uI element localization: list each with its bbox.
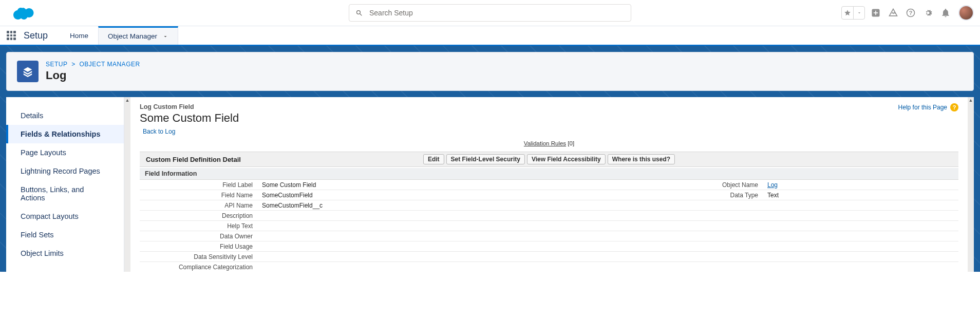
where-is-this-used-button[interactable]: Where is this used?: [608, 154, 675, 164]
value-field-name: SomeCustomField: [258, 191, 453, 200]
value-data-type: Text: [763, 191, 958, 200]
trailhead-icon[interactable]: [887, 6, 900, 20]
sidebar-item-page-layouts[interactable]: Page Layouts: [6, 143, 124, 162]
detail-title: Some Custom Field: [140, 111, 239, 125]
header-actions: ?: [841, 5, 974, 21]
row-help-text: Help Text: [140, 221, 958, 231]
subsection-field-info: Field Information: [140, 168, 958, 180]
chevron-down-icon[interactable]: [162, 33, 168, 40]
label-data-sensitivity: Data Sensitivity Level: [140, 252, 258, 262]
row-field-label: Field Label Some Custom Field Object Nam…: [140, 180, 958, 190]
search-input[interactable]: [369, 9, 625, 17]
search-input-wrap[interactable]: [349, 4, 631, 22]
breadcrumb: SETUP > OBJECT MANAGER: [46, 61, 140, 68]
set-fls-button[interactable]: Set Field-Level Security: [446, 154, 525, 164]
chevron-down-icon[interactable]: [853, 7, 864, 19]
sidebar-item-field-sets[interactable]: Field Sets: [6, 226, 124, 244]
row-description: Description: [140, 211, 958, 221]
tab-object-manager-label: Object Manager: [108, 32, 157, 40]
label-field-usage: Field Usage: [140, 242, 258, 251]
help-icon[interactable]: ?: [904, 6, 917, 20]
gear-icon[interactable]: [921, 6, 935, 20]
app-launcher-icon[interactable]: [0, 26, 23, 45]
view-field-accessibility-button[interactable]: View Field Accessibility: [527, 154, 606, 164]
label-data-type: Data Type: [645, 191, 763, 200]
content-scrollbar[interactable]: ▲: [968, 97, 974, 272]
breadcrumb-object-manager[interactable]: OBJECT MANAGER: [80, 61, 140, 68]
content-wrap: ▲ Log Custom Field Some Custom Field Hel…: [130, 97, 974, 272]
avatar[interactable]: [958, 5, 974, 21]
row-compliance: Compliance Categorization: [140, 262, 958, 272]
sidebar-item-compact-layouts[interactable]: Compact Layouts: [6, 207, 124, 226]
breadcrumb-setup[interactable]: SETUP: [46, 61, 67, 68]
label-field-label: Field Label: [140, 180, 258, 190]
sidebar: Details Fields & Relationships Page Layo…: [6, 97, 124, 272]
global-header: ?: [0, 0, 980, 26]
value-api-name: SomeCustomField__c: [258, 201, 453, 210]
label-help-text: Help Text: [140, 221, 258, 231]
label-compliance: Compliance Categorization: [140, 263, 258, 272]
section-title: Custom Field Definition Detail: [146, 156, 241, 163]
validation-rules-link[interactable]: Validation Rules: [524, 140, 566, 146]
global-search: [349, 4, 631, 22]
label-field-name: Field Name: [140, 191, 258, 200]
sidebar-scrollbar[interactable]: ▲: [124, 97, 130, 272]
value-object-name[interactable]: Log: [767, 181, 778, 189]
salesforce-logo: [12, 5, 37, 21]
page-banner: SETUP > OBJECT MANAGER Log ▲ Details Fie…: [0, 46, 980, 272]
sidebar-item-fields[interactable]: Fields & Relationships: [6, 125, 124, 143]
row-field-usage: Field Usage: [140, 241, 958, 252]
sidebar-wrap: ▲ Details Fields & Relationships Page La…: [6, 97, 130, 272]
section-buttons: Edit Set Field-Level Security View Field…: [423, 154, 675, 164]
edit-button[interactable]: Edit: [423, 154, 444, 164]
label-api-name: API Name: [140, 201, 258, 210]
search-icon: [355, 9, 363, 17]
star-icon[interactable]: [842, 7, 853, 19]
validation-rules-count: [0]: [568, 140, 574, 146]
value-field-label: Some Custom Field: [258, 180, 453, 190]
help-for-page-label: Help for this Page: [898, 104, 947, 111]
page-title: Log: [46, 69, 140, 82]
sidebar-item-object-limits[interactable]: Object Limits: [6, 244, 124, 263]
label-description: Description: [140, 211, 258, 220]
label-data-owner: Data Owner: [140, 232, 258, 241]
row-api-name: API Name SomeCustomField__c: [140, 200, 958, 211]
help-bubble-icon: ?: [950, 103, 958, 111]
app-name: Setup: [23, 26, 60, 45]
row-data-sensitivity: Data Sensitivity Level: [140, 252, 958, 262]
label-object-name: Object Name: [645, 180, 763, 190]
detail-panel: Log Custom Field Some Custom Field Help …: [130, 97, 968, 272]
tab-home[interactable]: Home: [60, 26, 98, 45]
detail-supertitle: Log Custom Field: [140, 103, 239, 110]
bell-icon[interactable]: [939, 6, 952, 20]
help-for-page-link[interactable]: Help for this Page ?: [898, 103, 958, 111]
row-field-name: Field Name SomeCustomField Data Type Tex…: [140, 190, 958, 200]
svg-text:?: ?: [909, 10, 913, 16]
context-bar: Setup Home Object Manager: [0, 26, 980, 46]
tab-object-manager[interactable]: Object Manager: [98, 26, 178, 45]
validation-rules-link-row: Validation Rules [0]: [140, 140, 958, 146]
sidebar-item-details[interactable]: Details: [6, 106, 124, 125]
row-data-owner: Data Owner: [140, 231, 958, 241]
sidebar-item-lightning-pages[interactable]: Lightning Record Pages: [6, 162, 124, 180]
favorites-pill[interactable]: [841, 6, 865, 20]
add-icon[interactable]: [869, 6, 882, 20]
object-icon: [17, 61, 39, 82]
back-link[interactable]: Back to Log: [143, 128, 175, 135]
section-bar: Custom Field Definition Detail Edit Set …: [140, 152, 958, 167]
page-header: SETUP > OBJECT MANAGER Log: [6, 52, 974, 91]
sidebar-item-buttons-links[interactable]: Buttons, Links, and Actions: [6, 180, 124, 207]
